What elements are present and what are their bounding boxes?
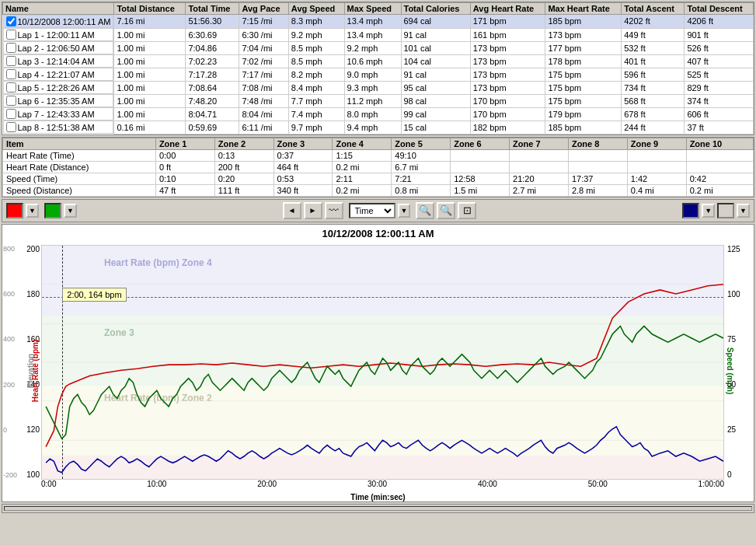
table-row[interactable]: Lap 7 - 12:43:33 AM1.00 mi8:04.718:04 /m…: [3, 107, 754, 121]
zone-col-header: Zone 2: [214, 138, 273, 149]
zone-table-row: Heart Rate (Time)0:000:130:371:1549:10: [3, 149, 754, 161]
x-axis-label: Time (min:sec): [350, 493, 405, 501]
time-dropdown-arrow[interactable]: ▼: [398, 204, 411, 218]
heart-rate-line: [46, 284, 723, 446]
y-axis-elevation-label: Elevation: [26, 354, 35, 388]
color-dropdown-3[interactable]: ▼: [702, 204, 715, 218]
chart-type-button[interactable]: 〰: [325, 202, 343, 219]
y-elevation-axis: 800 600 400 200 0 -200: [3, 245, 19, 480]
color-dropdown-2[interactable]: ▼: [64, 204, 77, 218]
col-header-avgspd[interactable]: Avg Speed: [288, 3, 344, 15]
table-row[interactable]: Lap 5 - 12:28:26 AM1.00 mi7:08.647:08 /m…: [3, 81, 754, 94]
activity-table-section: Name Total Distance Total Time Avg Pace …: [2, 2, 754, 135]
zone-col-header: Item: [3, 138, 156, 149]
col-header-pace[interactable]: Avg Pace: [239, 3, 288, 15]
zone-col-header: Zone 4: [333, 138, 392, 149]
chart-tooltip: 2:00, 164 bpm: [62, 288, 126, 302]
elevation-line: [46, 426, 723, 472]
zone-table-section: ItemZone 1Zone 2Zone 3Zone 4Zone 5Zone 6…: [2, 137, 754, 197]
zoom-out-button[interactable]: 🔍: [437, 202, 455, 219]
color-picker-2[interactable]: [44, 203, 61, 218]
color-dropdown-1[interactable]: ▼: [26, 204, 39, 218]
col-header-avghr[interactable]: Avg Heart Rate: [470, 3, 545, 15]
toolbar: ▼ ▼ ◄ ► 〰 Time Distance ▼ 🔍 🔍 ⊡ ▼ ▼: [2, 199, 754, 222]
zone-col-header: Zone 3: [273, 138, 333, 149]
table-row[interactable]: Lap 3 - 12:14:04 AM1.00 mi7:02.237:02 /m…: [3, 54, 754, 68]
table-row[interactable]: Lap 1 - 12:00:11 AM1.00 mi6:30.696:30 /m…: [3, 28, 754, 41]
col-header-cal[interactable]: Total Calories: [401, 3, 470, 15]
speed-line: [46, 326, 723, 438]
reset-zoom-button[interactable]: ⊡: [458, 202, 476, 219]
zone-table-row: Speed (Time)0:100:200:532:117:2112:5821:…: [3, 173, 754, 184]
zone-table-row: Heart Rate (Distance)0 ft200 ft464 ft0.2…: [3, 161, 754, 173]
col-header-maxspd[interactable]: Max Speed: [344, 3, 401, 15]
bottom-scrollbar[interactable]: [2, 504, 754, 513]
col-header-asc[interactable]: Total Ascent: [622, 3, 685, 15]
y-axis-right-label: Speed (mph): [726, 348, 734, 395]
col-header-desc[interactable]: Total Descent: [685, 3, 754, 15]
chart-svg: [42, 246, 723, 479]
chart-title: 10/12/2008 12:00:11 AM: [2, 225, 754, 241]
time-distance-select[interactable]: Time Distance: [349, 203, 395, 218]
table-row[interactable]: 10/12/2008 12:00:11 AM7.16 mi51:56.307:1…: [3, 15, 754, 29]
zone-col-header: Zone 5: [392, 138, 451, 149]
col-header-dist[interactable]: Total Distance: [114, 3, 186, 15]
color-picker-4[interactable]: [717, 203, 734, 218]
chart-section: 10/12/2008 12:00:11 AM Heart Rate (bpm) …: [2, 224, 754, 502]
col-header-time[interactable]: Total Time: [186, 3, 239, 15]
col-header-maxhr[interactable]: Max Heart Rate: [545, 3, 622, 15]
zone-table-row: Speed (Distance)47 ft111 ft340 ft0.2 mi0…: [3, 184, 754, 196]
zoom-in-button[interactable]: 🔍: [416, 202, 434, 219]
activity-table: Name Total Distance Total Time Avg Pace …: [2, 2, 754, 135]
zone-col-header: Zone 1: [155, 138, 214, 149]
zone-col-header: Zone 7: [510, 138, 569, 149]
table-row[interactable]: Lap 4 - 12:21:07 AM1.00 mi7:17.287:17 /m…: [3, 68, 754, 81]
zone-col-header: Zone 10: [686, 138, 753, 149]
table-row[interactable]: Lap 6 - 12:35:35 AM1.00 mi7:48.207:48 /m…: [3, 94, 754, 107]
pan-right-button[interactable]: ►: [304, 202, 322, 219]
table-row[interactable]: Lap 2 - 12:06:50 AM1.00 mi7:04.867:04 /m…: [3, 41, 754, 54]
zone-table: ItemZone 1Zone 2Zone 3Zone 4Zone 5Zone 6…: [2, 138, 754, 197]
table-row[interactable]: Lap 8 - 12:51:38 AM0.16 mi0:59.696:11 /m…: [3, 121, 754, 134]
color-picker-3[interactable]: [682, 203, 699, 218]
col-header-name[interactable]: Name: [3, 3, 114, 15]
zone-col-header: Zone 8: [568, 138, 627, 149]
zone-col-header: Zone 6: [451, 138, 510, 149]
color-picker-1[interactable]: [6, 203, 23, 218]
chart-plot-area[interactable]: Heart Rate (bpm) Zone 4 Zone 3 Heart Rat…: [41, 245, 724, 480]
zone-col-header: Zone 9: [627, 138, 686, 149]
color-dropdown-4[interactable]: ▼: [737, 204, 750, 218]
pan-left-button[interactable]: ◄: [283, 202, 301, 219]
